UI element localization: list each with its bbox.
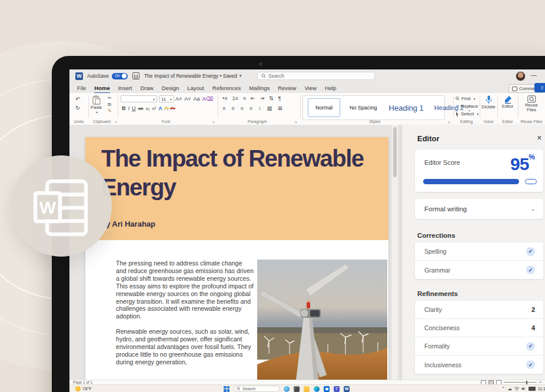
scrollbar-thumb[interactable] bbox=[393, 127, 397, 177]
microsoft-store-icon[interactable] bbox=[324, 386, 330, 392]
zoom-in-icon[interactable]: + bbox=[539, 380, 541, 384]
onedrive-cloud-icon[interactable]: ☁ bbox=[507, 386, 512, 391]
close-icon[interactable]: ✕ bbox=[537, 134, 542, 142]
replace-button[interactable]: ⇄Replace bbox=[456, 102, 478, 110]
row-grammar[interactable]: Grammar ✓ bbox=[415, 261, 543, 279]
grow-font-icon[interactable]: A˄ bbox=[175, 96, 182, 102]
paste-button[interactable]: Paste ▾ bbox=[91, 95, 102, 114]
find-button[interactable]: Find▾ bbox=[456, 95, 476, 102]
page-info[interactable]: Page 1 of 1 bbox=[73, 380, 92, 384]
font-name-combo[interactable]: ▾ bbox=[121, 95, 157, 102]
undo-icon[interactable]: ↶ bbox=[75, 96, 80, 102]
word-app-icon[interactable]: W bbox=[75, 72, 83, 80]
volume-icon[interactable] bbox=[521, 387, 526, 391]
document-title-bar-text[interactable]: The Impact of Renewable Energy • Saved bbox=[144, 73, 237, 79]
tab-review[interactable]: Review bbox=[274, 84, 300, 92]
multilevel-list-icon[interactable]: ≡ bbox=[243, 95, 246, 101]
font-size-combo[interactable]: 11▾ bbox=[159, 95, 174, 102]
taskbar-weather[interactable]: 78°F bbox=[75, 386, 92, 391]
style-no-spacing[interactable]: No Spacing bbox=[344, 99, 383, 117]
strikethrough-icon[interactable]: ab bbox=[138, 106, 144, 111]
paragraph-1: The pressing need to address climate cha… bbox=[116, 260, 254, 320]
user-avatar[interactable] bbox=[516, 71, 526, 81]
row-spelling[interactable]: Spelling ✓ bbox=[415, 242, 543, 261]
subscript-icon[interactable]: x₂ bbox=[145, 106, 149, 111]
taskbar-search[interactable]: Search bbox=[234, 386, 280, 392]
tab-view[interactable]: View bbox=[300, 84, 320, 92]
clear-format-icon[interactable]: A⌫ bbox=[202, 96, 214, 102]
style-normal[interactable]: Normal bbox=[308, 98, 340, 117]
style-heading1[interactable]: Heading 1 bbox=[383, 99, 430, 117]
text-effects-icon[interactable]: A bbox=[158, 105, 162, 111]
sort-icon[interactable]: ⇅ bbox=[269, 95, 274, 101]
superscript-icon[interactable]: x² bbox=[152, 106, 157, 111]
tab-references[interactable]: References bbox=[208, 84, 245, 92]
row-inclusiveness[interactable]: Inclusiveness ✓ bbox=[415, 356, 543, 374]
document-page[interactable]: The Impact of Renewable Energy by Ari Ha… bbox=[85, 137, 388, 380]
windows-start-icon[interactable] bbox=[224, 386, 230, 392]
wifi-icon[interactable] bbox=[514, 387, 519, 391]
shading-icon[interactable]: ▨ bbox=[267, 105, 272, 111]
minimize-button[interactable]: — bbox=[531, 72, 537, 78]
editor-button[interactable]: Editor bbox=[500, 95, 516, 109]
file-explorer-icon[interactable] bbox=[304, 386, 310, 392]
tab-home[interactable]: Home bbox=[90, 84, 114, 92]
row-conciseness[interactable]: Conciseness 4 bbox=[415, 319, 543, 337]
align-left-icon[interactable]: ≡ bbox=[222, 105, 225, 111]
tab-file[interactable]: File bbox=[73, 84, 90, 92]
change-case-icon[interactable]: Aa bbox=[194, 96, 200, 102]
cut-icon[interactable]: ✂ bbox=[108, 95, 112, 101]
tab-draw[interactable]: Draw bbox=[136, 84, 157, 92]
line-spacing-icon[interactable]: ↕ bbox=[258, 105, 261, 111]
document-body-text[interactable]: The pressing need to address climate cha… bbox=[116, 260, 254, 374]
teams-icon[interactable]: T bbox=[334, 386, 340, 392]
row-formality[interactable]: Formality ✓ bbox=[415, 337, 543, 356]
doc-title-caret-icon[interactable]: ▾ bbox=[240, 74, 242, 78]
align-right-icon[interactable]: ≡ bbox=[241, 105, 244, 111]
save-icon[interactable] bbox=[132, 72, 139, 79]
font-color-bar bbox=[170, 108, 175, 109]
tab-layout[interactable]: Layout bbox=[183, 84, 208, 92]
redo-icon[interactable]: ↻ bbox=[75, 105, 80, 111]
clipboard-launcher-icon[interactable]: ↘ bbox=[114, 119, 117, 124]
undo-group: ↶ ↻ Undo bbox=[69, 93, 88, 125]
copilot-icon[interactable] bbox=[284, 386, 290, 392]
justify-icon[interactable]: ≡ bbox=[250, 105, 252, 111]
borders-icon[interactable]: ⊞ bbox=[278, 105, 283, 111]
taskbar-clock[interactable]: 11:1 bbox=[538, 387, 545, 391]
tab-insert[interactable]: Insert bbox=[114, 84, 137, 92]
select-button[interactable]: Select▾ bbox=[456, 110, 478, 118]
align-center-icon[interactable]: ≡ bbox=[231, 105, 234, 111]
copy-icon[interactable]: ⧉ bbox=[108, 102, 111, 108]
reuse-files-button[interactable]: Reuse Files bbox=[521, 95, 541, 113]
title-search-box[interactable]: Search bbox=[257, 72, 375, 80]
paragraph-launcher-icon[interactable]: ↘ bbox=[294, 119, 297, 124]
tab-design[interactable]: Design bbox=[158, 84, 184, 92]
battery-icon[interactable] bbox=[529, 387, 536, 391]
writing-style-dropdown[interactable]: Formal writing ⌄ bbox=[415, 199, 543, 219]
zoom-slider-knob[interactable] bbox=[526, 381, 528, 384]
bullets-icon[interactable]: •≡ bbox=[222, 95, 227, 101]
tab-help[interactable]: Help bbox=[321, 84, 341, 92]
font-launcher-icon[interactable]: ↘ bbox=[212, 119, 215, 124]
task-view-icon[interactable] bbox=[294, 386, 300, 392]
indent-icon[interactable]: ⇥ bbox=[260, 95, 265, 101]
word-taskbar-icon[interactable]: W bbox=[344, 386, 350, 392]
styles-launcher-icon[interactable]: ↘ bbox=[447, 119, 450, 124]
tab-mailings[interactable]: Mailings bbox=[245, 84, 274, 92]
zoom-slider[interactable] bbox=[504, 382, 537, 383]
edge-icon[interactable] bbox=[314, 386, 320, 392]
format-painter-icon[interactable]: ✎ bbox=[108, 108, 112, 114]
dictate-button[interactable]: Dictate bbox=[481, 95, 496, 109]
underline-icon[interactable]: U bbox=[132, 105, 136, 111]
shrink-font-icon[interactable]: A˅ bbox=[184, 96, 191, 102]
row-clarity[interactable]: Clarity 2 bbox=[415, 301, 543, 319]
bold-icon[interactable]: B bbox=[122, 105, 126, 111]
tray-chevron-icon[interactable]: ⌃ bbox=[501, 386, 505, 391]
autosave-toggle[interactable]: On bbox=[112, 73, 128, 79]
share-button[interactable]: ⇪ bbox=[534, 83, 545, 92]
numbering-icon[interactable]: 1≡ bbox=[232, 95, 238, 101]
italic-icon[interactable]: I bbox=[128, 105, 130, 111]
pilcrow-icon[interactable]: ¶ bbox=[278, 95, 281, 101]
outdent-icon[interactable]: ⇤ bbox=[251, 95, 255, 101]
